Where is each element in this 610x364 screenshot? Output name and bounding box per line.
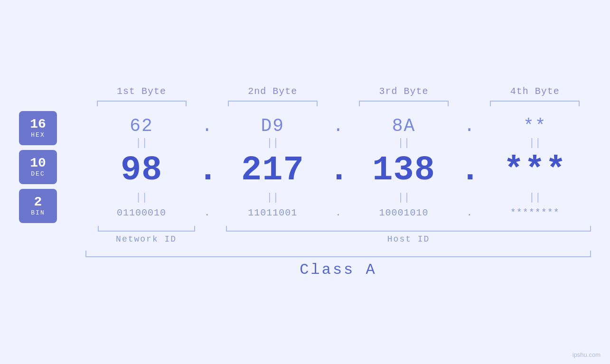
eq-2-1: ||: [85, 192, 197, 204]
eq-1-3: ||: [348, 137, 460, 149]
bottom-brackets-row: [85, 226, 591, 232]
bin-badge: 2 BIN: [19, 189, 57, 223]
base-labels-column: 16 HEX 10 DEC 2 BIN: [19, 111, 85, 223]
watermark: ipshu.com: [572, 351, 601, 358]
bin-sep-1: .: [197, 207, 216, 218]
hex-val-4: **: [479, 116, 591, 136]
eq-row-2: || || || ||: [85, 192, 591, 204]
byte-header-1: 1st Byte: [85, 86, 197, 97]
eq-2-4: ||: [479, 192, 591, 204]
id-labels-row: Network ID Host ID: [85, 234, 591, 244]
bin-row: 01100010 . 11011001 . 10001010 .: [85, 204, 591, 219]
hex-row: 62 . D9 . 8A . **: [85, 111, 591, 137]
bracket-top-1: [85, 101, 197, 106]
class-label-row: Class A: [85, 261, 591, 279]
top-brackets: [19, 101, 591, 106]
byte-header-2: 2nd Byte: [216, 86, 328, 97]
hex-badge: 16 HEX: [19, 111, 57, 145]
host-id-label: Host ID: [387, 234, 430, 244]
dec-val-2: 217: [216, 151, 328, 190]
dec-val-4: ***: [479, 151, 591, 190]
bracket-top-2: [216, 101, 328, 106]
dec-badge: 10 DEC: [19, 150, 57, 184]
main-content-area: 16 HEX 10 DEC 2 BIN 62 .: [19, 111, 591, 223]
bracket-top-4: [479, 101, 591, 106]
byte-header-4: 4th Byte: [479, 86, 591, 97]
eq-1-1: ||: [85, 137, 197, 149]
bottom-brackets-area: Network ID Host ID: [19, 226, 591, 244]
dec-sep-2: .: [329, 151, 348, 190]
bin-val-3: 10001010: [348, 207, 460, 218]
eq-1-4: ||: [479, 137, 591, 149]
bracket-top-3: [348, 101, 460, 106]
dec-sep-1: .: [197, 151, 216, 190]
class-bracket: [85, 251, 591, 257]
hex-sep-1: .: [197, 116, 216, 136]
hex-val-1: 62: [85, 116, 197, 136]
dec-val-3: 138: [348, 151, 460, 190]
network-id-label: Network ID: [116, 234, 177, 244]
byte-header-3: 3rd Byte: [348, 86, 460, 97]
dec-sep-3: .: [460, 151, 479, 190]
bin-sep-3: .: [460, 207, 479, 218]
bin-val-2: 11011001: [216, 207, 328, 218]
dec-val-1: 98: [85, 151, 197, 190]
bin-val-1: 01100010: [85, 207, 197, 218]
byte-headers-row: 1st Byte 2nd Byte 3rd Byte 4th Byte: [19, 86, 591, 97]
hex-sep-3: .: [460, 116, 479, 136]
hex-sep-2: .: [329, 116, 348, 136]
hex-val-2: D9: [216, 116, 328, 136]
class-label: Class A: [300, 261, 376, 279]
dec-row: 98 . 217 . 138 . ***: [85, 149, 591, 192]
data-grid: 62 . D9 . 8A . **: [85, 111, 591, 223]
bin-val-4: ********: [479, 207, 591, 218]
class-row: Class A: [19, 251, 591, 279]
eq-2-3: ||: [348, 192, 460, 204]
main-container: 1st Byte 2nd Byte 3rd Byte 4th Byte 16: [0, 0, 610, 364]
eq-1-2: ||: [216, 137, 328, 149]
eq-2-2: ||: [216, 192, 328, 204]
hex-val-3: 8A: [348, 116, 460, 136]
eq-row-1: || || || ||: [85, 137, 591, 149]
bin-sep-2: .: [329, 207, 348, 218]
